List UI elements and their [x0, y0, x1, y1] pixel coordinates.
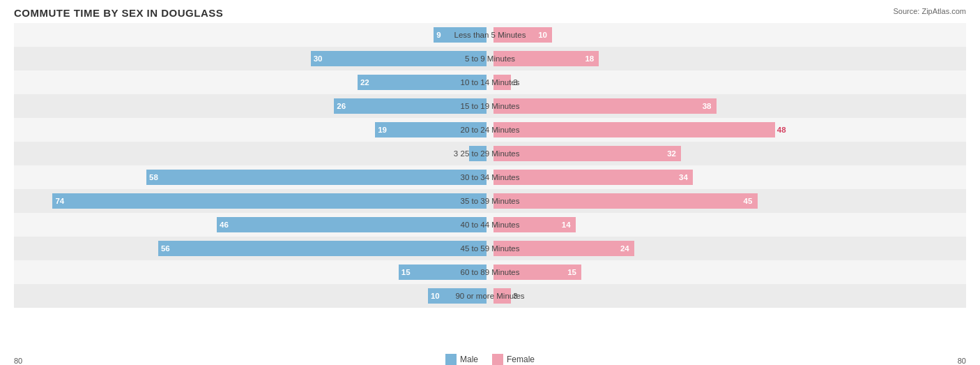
table-row: 30 to 34 Minutes5834 [14, 165, 966, 189]
legend-male-box [445, 354, 457, 365]
legend-female-label: Female [507, 355, 535, 364]
bar-female [493, 241, 634, 256]
bar-female [493, 193, 758, 209]
table-row: 5 to 9 Minutes3018 [14, 47, 966, 70]
bar-female [493, 75, 511, 90]
legend-male-label: Male [460, 355, 478, 364]
female-value-label: 14 [562, 221, 571, 229]
female-value-label: 34 [679, 173, 688, 181]
female-value-label: 3 [513, 292, 517, 300]
table-row: 15 to 19 Minutes2638 [14, 94, 966, 118]
bar-male [399, 265, 487, 280]
table-row: 10 to 14 Minutes223 [14, 70, 966, 94]
female-value-label: 15 [567, 268, 576, 276]
male-value-label: 10 [431, 292, 440, 300]
table-row: Less than 5 Minutes910 [14, 23, 966, 47]
bar-male [375, 122, 487, 137]
chart-container: COMMUTE TIME BY SEX IN DOUGLASS Source: … [0, 0, 980, 365]
male-value-label: 3 [454, 149, 458, 158]
bar-male [217, 217, 487, 232]
bar-male [358, 75, 487, 90]
male-value-label: 9 [436, 31, 441, 39]
bar-female [493, 288, 511, 304]
table-row: 35 to 39 Minutes7445 [14, 189, 966, 213]
male-value-label: 58 [149, 173, 158, 181]
table-row: 20 to 24 Minutes1948 [14, 118, 966, 142]
male-value-label: 26 [337, 102, 346, 110]
bar-male [469, 146, 487, 161]
female-value-label: 3 [513, 78, 517, 87]
bar-female [493, 51, 599, 66]
bar-male [334, 98, 487, 114]
legend-female: Female [492, 354, 535, 365]
source-text: Source: ZipAtlas.com [893, 7, 966, 15]
male-value-label: 74 [55, 197, 64, 205]
table-row: 40 to 44 Minutes4614 [14, 213, 966, 237]
bar-male [52, 193, 487, 209]
male-value-label: 19 [378, 126, 387, 134]
bar-male [146, 170, 487, 185]
bar-female [493, 98, 717, 114]
legend-male: Male [445, 354, 478, 365]
female-value-label: 38 [703, 102, 712, 110]
axis-label-left: 80 [14, 357, 22, 365]
female-value-label: 24 [620, 244, 629, 253]
male-value-label: 56 [161, 244, 170, 253]
male-value-label: 22 [360, 78, 369, 87]
female-value-label: 32 [667, 149, 676, 158]
bar-female [493, 170, 693, 185]
bar-female [493, 146, 681, 161]
bar-male [434, 27, 487, 43]
axis-label-right: 80 [958, 357, 966, 365]
legend-female-box [492, 354, 503, 365]
table-row: 45 to 59 Minutes5624 [14, 237, 966, 260]
bar-female [493, 122, 775, 137]
female-value-label: 45 [744, 197, 753, 205]
male-value-label: 46 [220, 221, 229, 229]
female-value-label: 48 [777, 126, 786, 134]
male-value-label: 30 [314, 54, 323, 63]
bar-male [158, 241, 487, 256]
chart-title: COMMUTE TIME BY SEX IN DOUGLASS [14, 7, 966, 19]
table-row: 60 to 89 Minutes1515 [14, 260, 966, 284]
bar-male [311, 51, 487, 66]
male-value-label: 15 [401, 268, 411, 276]
female-value-label: 18 [585, 54, 594, 63]
female-value-label: 10 [538, 31, 547, 39]
table-row: 25 to 29 Minutes332 [14, 142, 966, 165]
legend: Male Female [445, 354, 535, 365]
chart-area: Less than 5 Minutes9105 to 9 Minutes3018… [14, 23, 966, 308]
table-row: 90 or more Minutes103 [14, 284, 966, 308]
